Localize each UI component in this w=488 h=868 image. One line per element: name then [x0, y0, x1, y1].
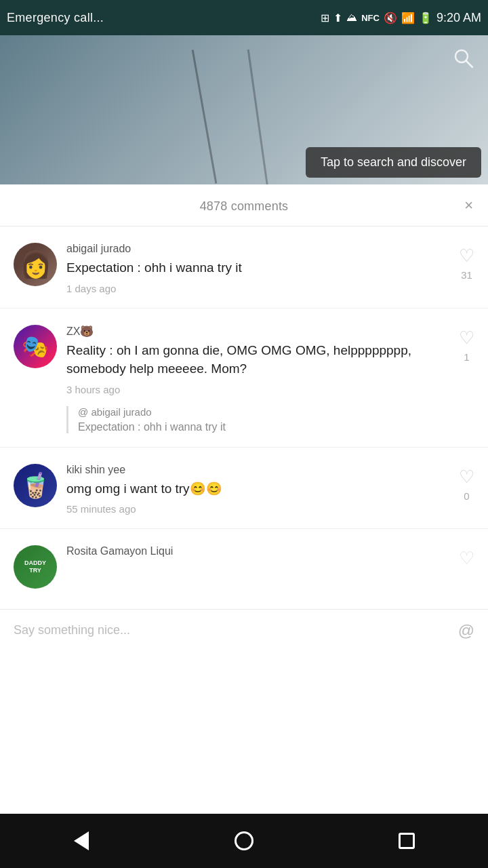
battery-icon: 🔋 — [419, 12, 432, 24]
comment-time: 3 hours ago — [66, 384, 449, 395]
like-count: 31 — [461, 269, 472, 281]
like-section[interactable]: ♡ — [459, 545, 474, 569]
like-section[interactable]: ♡ 31 — [459, 243, 474, 281]
comment-body: kiki shin yee omg omg i want to try😊😊 55… — [66, 464, 449, 515]
avatar — [14, 243, 57, 286]
back-icon — [74, 831, 89, 850]
recents-button[interactable] — [383, 817, 430, 865]
comment-text: Expectation : ohh i wanna try it — [66, 258, 449, 277]
avatar — [14, 464, 57, 507]
comments-panel: 4878 comments × abigail jurado Expectati… — [0, 184, 488, 863]
like-section[interactable]: ♡ 0 — [459, 464, 474, 502]
search-icon[interactable] — [453, 47, 474, 74]
back-button[interactable] — [58, 817, 105, 865]
svg-line-1 — [466, 61, 472, 67]
status-time: 9:20 AM — [436, 11, 481, 25]
mute-icon: 🔇 — [384, 12, 397, 24]
nfc-icon: NFC — [361, 13, 380, 23]
home-button[interactable] — [220, 817, 268, 865]
comments-header: 4878 comments × — [0, 184, 488, 226]
recents-icon — [399, 833, 415, 849]
comment-item: ZX🐻 Reality : oh I am gonna die, OMG OMG… — [0, 309, 488, 448]
comment-item: abigail jurado Expectation : ohh i wanna… — [0, 226, 488, 309]
close-button[interactable]: × — [464, 197, 473, 214]
avatar: DADDYTRY — [14, 545, 57, 589]
photo-icon: ⊞ — [321, 12, 329, 24]
home-icon — [235, 831, 253, 850]
background-area: Tap to search and discover — [0, 35, 488, 184]
comment-username: kiki shin yee — [66, 464, 449, 476]
comment-input-area[interactable]: Say something nice... @ — [0, 609, 488, 651]
like-section[interactable]: ♡ 1 — [459, 325, 474, 363]
landscape-icon: ⛰ — [346, 12, 357, 24]
like-count: 0 — [464, 490, 469, 502]
heart-icon[interactable]: ♡ — [459, 328, 474, 349]
comment-text: omg omg i want to try😊😊 — [66, 479, 449, 498]
comment-time: 55 minutes ago — [66, 503, 449, 515]
comment-time: 1 days ago — [66, 283, 449, 294]
tap-search-banner[interactable]: Tap to search and discover — [306, 147, 481, 178]
reply-quote: @ abigail jurado Expectation : ohh i wan… — [66, 406, 449, 433]
status-bar: Emergency call... ⊞ ⬆ ⛰ NFC 🔇 📶 🔋 9:20 A… — [0, 0, 488, 35]
battery-upload-icon: ⬆ — [333, 12, 342, 24]
navigation-bar — [0, 814, 488, 868]
reply-quote-text: Expectation : ohh i wanna try it — [78, 421, 449, 433]
emergency-call-text: Emergency call... — [7, 11, 104, 25]
comment-item: DADDYTRY Rosita Gamayon Liqui ♡ — [0, 529, 488, 602]
avatar — [14, 325, 57, 368]
comments-count: 4878 comments — [200, 199, 289, 213]
at-mention-icon[interactable]: @ — [458, 621, 474, 640]
comment-body: Rosita Gamayon Liqui — [66, 545, 449, 561]
like-count: 1 — [464, 351, 469, 363]
status-icons-group: ⊞ ⬆ ⛰ NFC 🔇 📶 🔋 9:20 AM — [321, 11, 481, 25]
comment-username: abigail jurado — [66, 243, 449, 255]
comment-body: ZX🐻 Reality : oh I am gonna die, OMG OMG… — [66, 325, 449, 433]
comment-item: kiki shin yee omg omg i want to try😊😊 55… — [0, 448, 488, 530]
wifi-icon: 📶 — [401, 12, 415, 24]
heart-icon[interactable]: ♡ — [459, 548, 474, 569]
comment-username: Rosita Gamayon Liqui — [66, 545, 449, 557]
comment-username: ZX🐻 — [66, 325, 449, 338]
reply-quote-username: @ abigail jurado — [78, 406, 449, 418]
comment-text: Reality : oh I am gonna die, OMG OMG OMG… — [66, 341, 449, 378]
comment-body: abigail jurado Expectation : ohh i wanna… — [66, 243, 449, 294]
comment-input-placeholder[interactable]: Say something nice... — [14, 620, 450, 640]
heart-icon[interactable]: ♡ — [459, 245, 474, 267]
heart-icon[interactable]: ♡ — [459, 467, 474, 488]
